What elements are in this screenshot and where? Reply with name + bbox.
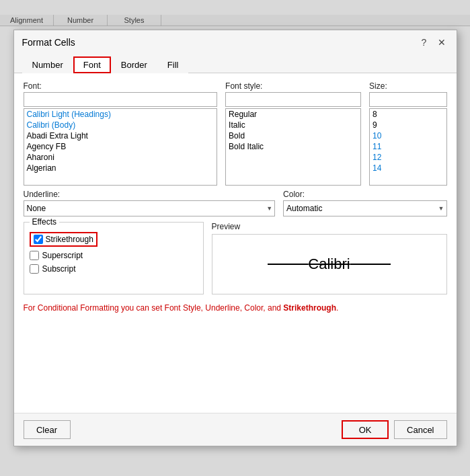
preview-lines: Calibri <box>212 255 446 273</box>
list-item[interactable]: Aharoni <box>24 152 217 163</box>
color-select-wrapper: AutomaticBlackWhiteRedGreenBlue <box>283 200 446 216</box>
strikethrough-row: Strikethrough <box>30 232 198 247</box>
list-item[interactable]: Agency FB <box>24 141 217 152</box>
font-column: Font: Calibri Light (Headings) Calibri (… <box>24 81 218 186</box>
tab-border[interactable]: Border <box>111 56 157 73</box>
underline-label: Underline: <box>24 190 276 199</box>
style-label: Font style: <box>225 81 361 91</box>
list-item[interactable]: 14 <box>370 163 446 173</box>
title-bar-right: ? ✕ <box>418 36 448 49</box>
strikethrough-label[interactable]: Strikethrough <box>46 235 93 244</box>
preview-column: Preview Calibri <box>212 222 447 294</box>
list-item[interactable]: Abadi Extra Light <box>24 130 217 141</box>
font-label: Font: <box>24 81 218 91</box>
format-cells-dialog: Format Cells ? ✕ Number Font Border Fill… <box>13 30 457 446</box>
list-item[interactable]: 12 <box>370 152 446 163</box>
info-text: For Conditional Formatting you can set F… <box>24 303 447 314</box>
dialog-body: Font: Calibri Light (Headings) Calibri (… <box>14 73 457 413</box>
style-input[interactable] <box>225 92 361 107</box>
underline-column: Underline: NoneSingleDoubleSingle Accoun… <box>24 190 276 216</box>
list-item[interactable]: Calibri Light (Headings) <box>24 109 217 120</box>
size-input[interactable] <box>369 92 446 107</box>
underline-select-wrapper: NoneSingleDoubleSingle AccountingDouble … <box>24 200 276 216</box>
dialog-title: Format Cells <box>22 37 75 48</box>
size-list[interactable]: 8 9 10 11 12 14 <box>369 108 446 186</box>
strikethrough-checkbox[interactable] <box>34 235 43 244</box>
tab-font[interactable]: Font <box>73 56 111 73</box>
tab-number[interactable]: Number <box>22 56 73 73</box>
font-input[interactable] <box>24 92 218 107</box>
info-suffix: . <box>336 303 338 313</box>
tabs-row: Number Font Border Fill <box>14 52 457 73</box>
color-select[interactable]: AutomaticBlackWhiteRedGreenBlue <box>283 200 446 216</box>
color-label: Color: <box>283 190 446 199</box>
strikethrough-highlight: Strikethrough <box>30 232 97 247</box>
list-item[interactable]: Algerian <box>24 163 217 173</box>
effects-legend: Effects <box>30 217 59 227</box>
subscript-label[interactable]: Subscript <box>42 264 76 274</box>
list-item[interactable]: 8 <box>370 109 446 120</box>
preview-line-left <box>268 264 308 265</box>
clear-button[interactable]: Clear <box>24 420 71 439</box>
preview-area: Calibri <box>212 234 447 294</box>
list-item[interactable]: Bold <box>226 130 360 141</box>
font-row: Font: Calibri Light (Headings) Calibri (… <box>24 81 447 186</box>
style-column: Font style: Regular Italic Bold Bold Ita… <box>225 81 361 186</box>
underline-color-row: Underline: NoneSingleDoubleSingle Accoun… <box>24 190 447 216</box>
title-bar-left: Format Cells <box>22 37 75 48</box>
effects-box: Effects Strikethrough Superscript Sub <box>24 222 204 294</box>
superscript-checkbox[interactable] <box>30 251 39 260</box>
subscript-checkbox[interactable] <box>30 264 39 274</box>
font-list[interactable]: Calibri Light (Headings) Calibri (Body) … <box>24 108 218 186</box>
dialog-overlay: Format Cells ? ✕ Number Font Border Fill… <box>0 0 470 476</box>
list-item[interactable]: 10 <box>370 130 446 141</box>
color-column: Color: AutomaticBlackWhiteRedGreenBlue <box>283 190 446 216</box>
preview-text: Calibri <box>308 255 350 273</box>
list-item[interactable]: Bold Italic <box>226 141 360 152</box>
cancel-button[interactable]: Cancel <box>394 420 446 439</box>
underline-select[interactable]: NoneSingleDoubleSingle AccountingDouble … <box>24 200 276 216</box>
info-bold: Strikethrough <box>283 303 336 313</box>
size-column: Size: 8 9 10 11 12 14 <box>369 81 446 186</box>
info-prefix: For Conditional Formatting you can set F… <box>24 303 284 313</box>
list-item[interactable]: Italic <box>226 120 360 130</box>
effects-preview-row: Effects Strikethrough Superscript Sub <box>24 222 447 294</box>
preview-label: Preview <box>212 222 447 231</box>
preview-line-right <box>350 264 391 265</box>
ok-button[interactable]: OK <box>342 420 389 439</box>
close-button[interactable]: ✕ <box>435 36 448 49</box>
help-button[interactable]: ? <box>418 36 431 49</box>
list-item[interactable]: Calibri (Body) <box>24 120 217 130</box>
style-list[interactable]: Regular Italic Bold Bold Italic <box>225 108 361 186</box>
dialog-footer: Clear OK Cancel <box>14 413 457 446</box>
subscript-row: Subscript <box>30 264 198 274</box>
list-item[interactable]: 9 <box>370 120 446 130</box>
superscript-label[interactable]: Superscript <box>42 251 83 260</box>
tab-fill[interactable]: Fill <box>157 56 189 73</box>
superscript-row: Superscript <box>30 251 198 260</box>
list-item[interactable]: Regular <box>226 109 360 120</box>
title-bar: Format Cells ? ✕ <box>14 30 457 52</box>
list-item[interactable]: 11 <box>370 141 446 152</box>
size-label: Size: <box>369 81 446 91</box>
